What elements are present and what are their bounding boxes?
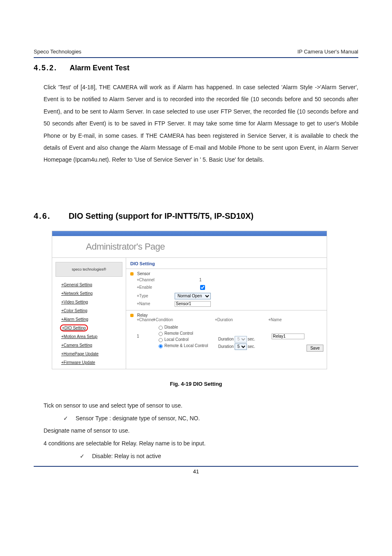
relay-label: Relay <box>137 313 148 317</box>
panel-title: DIO Setting <box>126 258 327 269</box>
check-icon: ✓ <box>63 415 68 422</box>
relay-h-channel: +Channel <box>137 317 153 322</box>
section-body: Click 'Test' of [4-18], THE CAMERA will … <box>44 81 358 166</box>
relay-duration-unit: sec. <box>248 344 255 349</box>
relay-duration-label: Duration <box>218 337 234 341</box>
relay-cond-remote-radio[interactable] <box>159 332 163 336</box>
sensor-label: Sensor <box>137 271 150 276</box>
sidebar-item-network-setting[interactable]: +Network Setting <box>61 291 122 296</box>
sensor-enable-label: +Enable <box>137 285 166 290</box>
section-heading: 4.5.2. Alarm Event Test <box>34 64 358 72</box>
bullet-icon <box>130 314 134 317</box>
sensor-name-input[interactable] <box>175 301 211 307</box>
figure-title-row: Administrator's Page <box>52 236 327 258</box>
relay-row: 1 Disable Remote Control Local Control R… <box>130 322 323 351</box>
page-number: 41 <box>34 468 358 475</box>
relay-channel-value: 1 <box>137 334 153 338</box>
description-block: Tick on sensor to use and select type of… <box>44 399 358 463</box>
relay-duration-label: Duration <box>218 344 234 349</box>
sidebar-item-homepage-update[interactable]: +HomePage Update <box>61 352 122 356</box>
relay-h-name: +Name <box>268 317 309 322</box>
page-header: Speco Technologies IP Camera User's Manu… <box>34 49 358 55</box>
relay-table-header: +Channel +Condition +Duration +Name <box>130 317 323 322</box>
relay-duration-unit: sec. <box>248 337 255 341</box>
desc-line-3: Designate name of sensor to use. <box>44 424 358 437</box>
main-title: DIO Setting (support for IP-INTT5/T5, IP… <box>69 211 254 220</box>
sensor-enable-checkbox[interactable] <box>200 285 205 290</box>
sidebar-item-video-setting[interactable]: +Video Setting <box>61 300 122 304</box>
sidebar: speco technologies® +General Setting +Ne… <box>52 258 126 369</box>
sidebar-item-firmware-update[interactable]: +Firmware Update <box>61 360 122 365</box>
check-icon: ✓ <box>80 453 85 459</box>
main-number: 4.6. <box>34 211 51 220</box>
sensor-channel-label: +Channel <box>137 278 166 282</box>
sidebar-item-motion-area-setup[interactable]: +Motion Area Setup <box>61 334 122 339</box>
header-left: Speco Technologies <box>34 49 81 55</box>
relay-block: Relay +Channel +Condition +Duration +Nam… <box>126 310 327 354</box>
relay-cond-local-radio[interactable] <box>159 338 163 342</box>
desc-line-4: 4 conditions are selectable for Relay. R… <box>44 437 358 450</box>
sidebar-item-camera-setting[interactable]: +Camera Setting <box>61 343 122 348</box>
relay-cond-remote-local-radio[interactable] <box>159 344 163 348</box>
figure-top-bar <box>52 231 327 236</box>
relay-h-duration: +Duration <box>215 317 268 322</box>
bullet-icon <box>130 272 134 276</box>
sidebar-logo: speco technologies® <box>55 262 122 277</box>
sensor-block: Sensor +Channel 1 +Enable +Type <box>126 269 327 310</box>
footer-rule <box>34 466 358 467</box>
figure-caption: Fig. 4-19 DIO Setting <box>34 381 358 387</box>
sidebar-item-alarm-setting[interactable]: +Alarm Setting <box>61 317 122 322</box>
relay-h-condition: +Condition <box>153 317 215 322</box>
relay-name-input[interactable] <box>272 334 304 339</box>
relay-duration-local-select[interactable]: 5 <box>235 336 247 343</box>
figure-dio-setting: Administrator's Page speco technologies®… <box>52 231 327 369</box>
main-panel: DIO Setting Sensor +Channel 1 +Enable <box>126 258 327 369</box>
sensor-channel-value: 1 <box>199 278 202 282</box>
desc-line-2: ✓ Sensor Type : designate type of sensor… <box>63 412 358 425</box>
sensor-type-select[interactable]: Normal Open <box>175 293 211 299</box>
header-rule <box>34 57 358 58</box>
main-heading: 4.6. DIO Setting (support for IP-INTT5/T… <box>34 211 358 221</box>
save-button[interactable]: Save <box>307 345 323 352</box>
relay-cond-disable-radio[interactable] <box>159 326 163 330</box>
section-title: Alarm Event Test <box>69 64 129 72</box>
desc-line-1: Tick on sensor to use and select type of… <box>44 399 358 412</box>
relay-duration-rl-select[interactable]: 5 <box>235 343 247 350</box>
sidebar-item-dio-setting[interactable]: +DIO Setting <box>61 326 87 330</box>
header-right: IP Camera User's Manual <box>297 49 358 55</box>
sensor-name-label: +Name <box>137 301 166 306</box>
desc-line-5: ✓ Disable: Relay is not active <box>80 450 358 463</box>
sidebar-item-general-setting[interactable]: +General Setting <box>61 283 122 287</box>
admin-page-title: Administrator's Page <box>86 241 165 252</box>
sidebar-item-color-setting[interactable]: +Color Setting <box>61 308 122 313</box>
section-number: 4.5.2. <box>34 64 57 72</box>
sensor-type-label: +Type <box>137 294 166 298</box>
